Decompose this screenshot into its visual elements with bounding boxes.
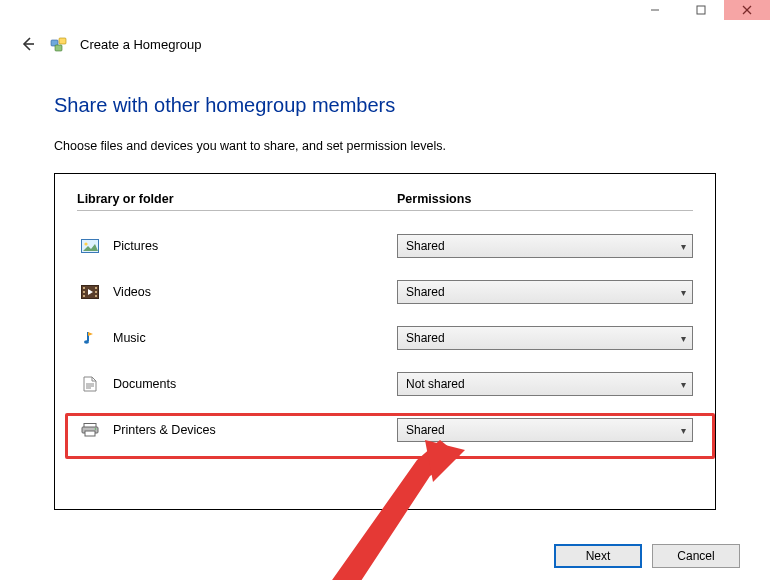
- row-pictures: Pictures Shared ▾: [77, 223, 693, 269]
- back-button[interactable]: [18, 34, 38, 54]
- svg-rect-13: [83, 295, 85, 297]
- svg-rect-11: [83, 287, 85, 289]
- row-label: Music: [113, 331, 146, 345]
- column-headers: Library or folder Permissions: [77, 192, 693, 211]
- svg-point-25: [95, 428, 97, 430]
- instruction-text: Choose files and devices you want to sha…: [54, 139, 716, 153]
- permission-dropdown-pictures[interactable]: Shared ▾: [397, 234, 693, 258]
- svg-rect-12: [83, 291, 85, 293]
- dropdown-value: Shared: [406, 331, 445, 345]
- svg-rect-1: [697, 6, 705, 14]
- titlebar: [0, 0, 770, 28]
- row-label: Documents: [113, 377, 176, 391]
- printers-icon: [81, 421, 99, 439]
- permission-dropdown-printers[interactable]: Shared ▾: [397, 418, 693, 442]
- close-button[interactable]: [724, 0, 770, 20]
- button-label: Next: [586, 549, 611, 563]
- svg-rect-16: [95, 295, 97, 297]
- row-videos: Videos Shared ▾: [77, 269, 693, 315]
- dropdown-value: Shared: [406, 423, 445, 437]
- column-permissions-header: Permissions: [397, 192, 693, 206]
- pictures-icon: [81, 237, 99, 255]
- homegroup-icon: [50, 35, 68, 53]
- svg-rect-15: [95, 291, 97, 293]
- wizard-header: Create a Homegroup: [0, 28, 770, 64]
- column-library-header: Library or folder: [77, 192, 397, 206]
- permission-dropdown-documents[interactable]: Not shared ▾: [397, 372, 693, 396]
- svg-point-18: [84, 340, 89, 344]
- dropdown-value: Not shared: [406, 377, 465, 391]
- row-label: Pictures: [113, 239, 158, 253]
- minimize-button[interactable]: [632, 0, 678, 20]
- documents-icon: [81, 375, 99, 393]
- row-printers-devices: Printers & Devices Shared ▾: [77, 407, 693, 453]
- chevron-down-icon: ▾: [681, 333, 686, 344]
- maximize-button[interactable]: [678, 0, 724, 20]
- row-music: Music Shared ▾: [77, 315, 693, 361]
- music-icon: [81, 329, 99, 347]
- content-area: Share with other homegroup members Choos…: [0, 64, 770, 510]
- permission-dropdown-music[interactable]: Shared ▾: [397, 326, 693, 350]
- dropdown-value: Shared: [406, 239, 445, 253]
- dropdown-value: Shared: [406, 285, 445, 299]
- row-documents: Documents Not shared ▾: [77, 361, 693, 407]
- row-label: Videos: [113, 285, 151, 299]
- videos-icon: [81, 283, 99, 301]
- row-label: Printers & Devices: [113, 423, 216, 437]
- chevron-down-icon: ▾: [681, 425, 686, 436]
- svg-point-9: [84, 242, 87, 245]
- svg-rect-7: [55, 45, 62, 51]
- chevron-down-icon: ▾: [681, 287, 686, 298]
- svg-rect-24: [85, 431, 95, 436]
- svg-rect-6: [59, 38, 66, 44]
- window-title: Create a Homegroup: [80, 37, 201, 52]
- share-panel: Library or folder Permissions Pictures S…: [54, 173, 716, 510]
- chevron-down-icon: ▾: [681, 241, 686, 252]
- svg-rect-14: [95, 287, 97, 289]
- next-button[interactable]: Next: [554, 544, 642, 568]
- button-label: Cancel: [677, 549, 714, 563]
- cancel-button[interactable]: Cancel: [652, 544, 740, 568]
- permission-dropdown-videos[interactable]: Shared ▾: [397, 280, 693, 304]
- wizard-footer: Next Cancel: [554, 544, 740, 568]
- page-heading: Share with other homegroup members: [54, 94, 716, 117]
- chevron-down-icon: ▾: [681, 379, 686, 390]
